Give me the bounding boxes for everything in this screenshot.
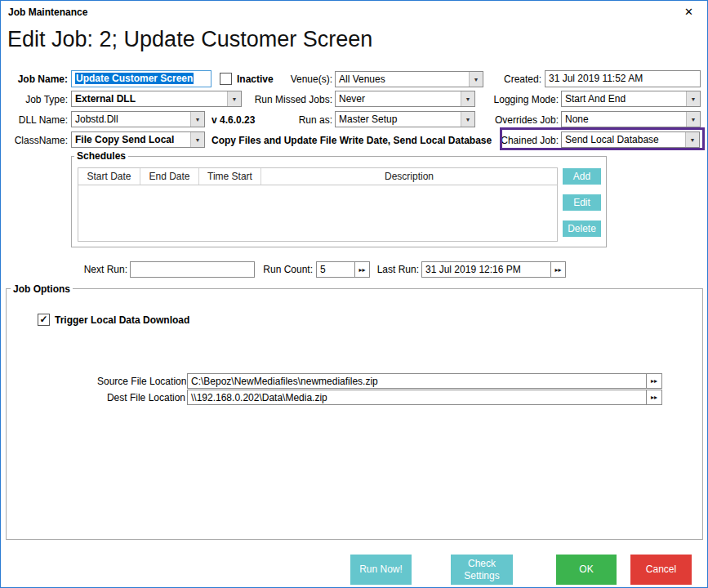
source-file-location-label: Source File Location xyxy=(97,376,185,387)
window-title: Job Maintenance xyxy=(8,7,87,18)
schedules-title: Schedules xyxy=(74,150,128,162)
dll-version: v 4.6.0.23 xyxy=(212,114,255,126)
add-button[interactable]: Add xyxy=(563,168,601,185)
venues-label: Venue(s): xyxy=(270,74,332,85)
dest-file-location-label: Dest File Location xyxy=(97,392,185,403)
created-label: Created: xyxy=(481,74,541,85)
cancel-button[interactable]: Cancel xyxy=(630,555,692,585)
last-run-field[interactable]: 31 Jul 2019 12:16 PM xyxy=(421,261,551,278)
chained-job-dropdown[interactable]: Send Local Database ▼ xyxy=(561,131,700,148)
job-options-title: Job Options xyxy=(11,283,73,295)
double-arrow-icon: ▸▸ xyxy=(358,266,365,274)
chevron-down-icon[interactable]: ▼ xyxy=(461,112,474,127)
dll-name-value: Jobstd.Dll xyxy=(72,112,190,127)
classname-dropdown[interactable]: File Copy Send Local ▼ xyxy=(71,131,205,148)
chevron-down-icon[interactable]: ▼ xyxy=(190,112,204,127)
created-field: 31 Jul 2019 11:52 AM xyxy=(545,70,701,87)
chevron-down-icon[interactable]: ▼ xyxy=(686,91,700,106)
overrides-job-value: None xyxy=(562,112,686,127)
column-header-description[interactable]: Description xyxy=(261,168,557,185)
classname-value: File Copy Send Local xyxy=(72,132,190,147)
job-name-label: Job Name: xyxy=(2,74,68,85)
run-missed-jobs-label: Run Missed Jobs: xyxy=(246,94,332,105)
dest-file-expand-button[interactable]: ▸▸ xyxy=(646,390,662,405)
trigger-local-data-download-checkbox[interactable]: ✓ xyxy=(38,314,50,326)
run-as-value: Master Setup xyxy=(336,112,461,127)
run-count-expand-button[interactable]: ▸▸ xyxy=(354,261,370,278)
run-count-field[interactable]: 5 xyxy=(316,261,355,278)
column-header-start-date[interactable]: Start Date xyxy=(78,168,140,185)
job-type-dropdown[interactable]: External DLL ▼ xyxy=(71,91,242,107)
overrides-job-label: Overrides Job: xyxy=(485,114,559,126)
last-run-label: Last Run: xyxy=(371,264,419,275)
inactive-checkbox[interactable] xyxy=(220,73,232,85)
dll-name-label: DLL Name: xyxy=(2,114,68,126)
job-maintenance-window: Job Maintenance ✕ Edit Job: 2; Update Cu… xyxy=(0,0,708,588)
run-missed-jobs-dropdown[interactable]: Never ▼ xyxy=(335,91,475,107)
run-as-label: Run as: xyxy=(270,114,332,126)
last-run-expand-button[interactable]: ▸▸ xyxy=(550,261,566,278)
job-type-label: Job Type: xyxy=(2,94,68,105)
run-as-dropdown[interactable]: Master Setup ▼ xyxy=(335,111,475,127)
chevron-down-icon[interactable]: ▼ xyxy=(190,132,204,147)
job-options-group xyxy=(6,288,703,540)
ok-button[interactable]: OK xyxy=(556,555,617,585)
next-run-field[interactable] xyxy=(130,261,255,278)
chevron-down-icon[interactable]: ▼ xyxy=(461,91,474,106)
job-name-field[interactable]: Update Customer Screen xyxy=(71,70,212,87)
schedules-table-header: Start Date End Date Time Start Descripti… xyxy=(78,168,557,185)
run-now-button[interactable]: Run Now! xyxy=(350,555,412,585)
close-icon: ✕ xyxy=(684,6,693,18)
logging-mode-value: Start And End xyxy=(562,91,686,106)
run-missed-jobs-value: Never xyxy=(336,91,461,106)
double-arrow-icon: ▸▸ xyxy=(554,266,561,274)
chevron-down-icon[interactable]: ▼ xyxy=(686,112,700,127)
job-type-value: External DLL xyxy=(72,91,227,106)
close-button[interactable]: ✕ xyxy=(670,1,707,24)
classname-label: ClassName: xyxy=(2,135,68,146)
chevron-down-icon[interactable]: ▼ xyxy=(227,91,241,106)
run-count-label: Run Count: xyxy=(257,264,313,275)
next-run-label: Next Run: xyxy=(50,264,127,275)
dest-file-location-field[interactable]: \\192.168.0.202\Data\Media.zip xyxy=(187,390,647,405)
delete-button[interactable]: Delete xyxy=(563,220,601,237)
source-file-location-field[interactable]: C:\Bepoz\NewMediafiles\newmediafiles.zip xyxy=(187,373,647,389)
page-title: Edit Job: 2; Update Customer Screen xyxy=(7,27,372,52)
chevron-down-icon[interactable]: ▼ xyxy=(685,132,699,147)
schedules-table-body[interactable] xyxy=(78,185,557,241)
logging-mode-dropdown[interactable]: Start And End ▼ xyxy=(561,91,701,107)
chained-job-label: Chained Job: xyxy=(488,135,559,146)
job-name-value: Update Customer Screen xyxy=(75,73,194,84)
titlebar: Job Maintenance ✕ xyxy=(1,1,707,24)
column-header-time-start[interactable]: Time Start xyxy=(199,168,261,185)
trigger-local-data-download-label: Trigger Local Data Download xyxy=(55,314,234,326)
schedules-table[interactable]: Start Date End Date Time Start Descripti… xyxy=(78,167,558,242)
classname-description: Copy Files and Update File Write Date, S… xyxy=(212,135,492,146)
double-arrow-icon: ▸▸ xyxy=(651,377,657,385)
overrides-job-dropdown[interactable]: None ▼ xyxy=(561,111,701,127)
venues-dropdown[interactable]: All Venues ▼ xyxy=(335,71,483,87)
chained-job-value: Send Local Database xyxy=(562,132,685,147)
double-arrow-icon: ▸▸ xyxy=(651,394,657,401)
source-file-expand-button[interactable]: ▸▸ xyxy=(646,373,662,389)
column-header-end-date[interactable]: End Date xyxy=(140,168,199,185)
dll-name-dropdown[interactable]: Jobstd.Dll ▼ xyxy=(71,111,205,127)
venues-value: All Venues xyxy=(336,72,469,87)
edit-button[interactable]: Edit xyxy=(563,194,601,211)
logging-mode-label: Logging Mode: xyxy=(485,94,559,105)
check-settings-button[interactable]: Check Settings xyxy=(451,555,513,585)
